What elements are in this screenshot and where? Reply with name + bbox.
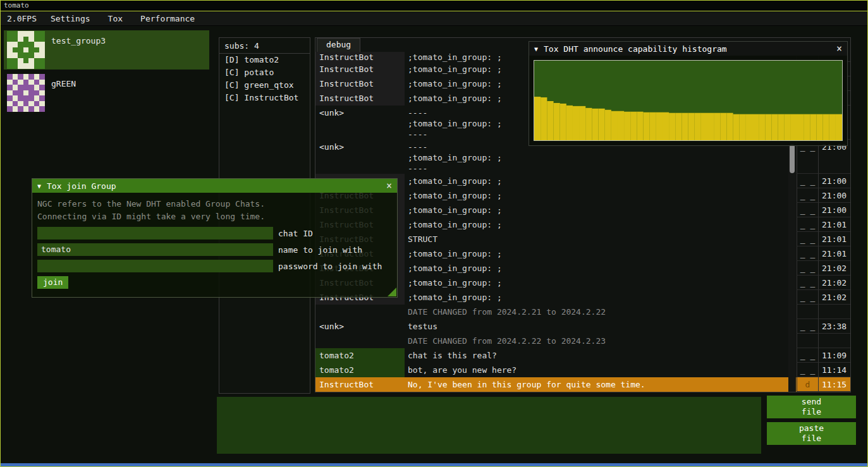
message-text: ;tomato_in_group: ;	[405, 203, 797, 217]
send-file-button[interactable]: send file	[767, 396, 856, 418]
message-timestamp: 21:00	[819, 174, 850, 188]
message-timestamp: 11:14	[819, 363, 850, 377]
dht-histogram-titlebar[interactable]: ▼ Tox DHT announce capability histogram …	[529, 42, 847, 56]
menu-bar: 2.0FPS Settings Tox Performance	[1, 12, 867, 26]
member-list-item[interactable]: [C] InstructBot	[219, 92, 310, 104]
message-author: <unk>	[315, 106, 405, 140]
message-status-marks: _ _	[797, 174, 819, 188]
message-author: tomato2	[315, 348, 405, 363]
message-timestamp: 21:02	[819, 290, 850, 305]
group-avatar	[7, 31, 45, 69]
group-name: gREEN	[51, 79, 76, 112]
join-group-body: NGC refers to the New DHT enabled Group …	[32, 193, 397, 297]
message-timestamp: 21:00	[819, 188, 850, 203]
message-status-marks: _ _	[797, 319, 819, 334]
message-status-marks: _ _	[797, 217, 819, 232]
dht-histogram-body	[529, 56, 847, 145]
join-button[interactable]: join	[37, 276, 68, 289]
fps-counter: 2.0FPS	[1, 14, 43, 23]
join-field-label: name to join with	[278, 245, 362, 255]
paste-file-button[interactable]: paste file	[767, 422, 856, 445]
app-window: tomato 2.0FPS Settings Tox Performance t…	[0, 0, 868, 467]
group-list-item[interactable]: gREEN	[4, 73, 209, 112]
message-author: InstructBot	[315, 62, 405, 76]
message-author: InstructBot	[315, 76, 405, 91]
message-text: ;tomato_in_group: ;	[405, 174, 797, 188]
join-field-input[interactable]	[37, 227, 273, 240]
message-author: <unk>	[315, 140, 405, 174]
message-text: No, I've been in this group for quite so…	[405, 377, 797, 392]
message-status-marks	[797, 334, 819, 348]
join-group-title: Tox join Group	[47, 181, 381, 191]
menu-item[interactable]: Settings	[43, 14, 98, 23]
subs-count: subs: 4	[219, 38, 310, 53]
message-status-marks: _ _	[797, 261, 819, 276]
collapse-icon[interactable]: ▼	[37, 183, 41, 190]
message-input[interactable]	[217, 397, 761, 454]
scrollbar-thumb[interactable]	[790, 144, 795, 173]
message-status-marks	[797, 305, 819, 319]
message-status-marks: d	[797, 377, 819, 392]
message-timestamp: 21:01	[819, 246, 850, 261]
close-icon[interactable]: ×	[381, 180, 392, 191]
message-status-marks: _ _	[797, 276, 819, 290]
join-group-window: ▼ Tox join Group × NGC refers to the New…	[32, 178, 398, 298]
message-text: chat is this real?	[405, 348, 797, 363]
member-list-item[interactable]: [D] tomato2	[219, 54, 310, 66]
message-author: InstructBot	[315, 377, 405, 392]
join-field-label: password to join with	[278, 262, 382, 271]
message-timestamp: 21:01	[819, 217, 850, 232]
message-author: InstructBot	[315, 52, 405, 62]
chat-message-row[interactable]: tomato2 chat is this real? _ _ 11:09	[315, 348, 850, 363]
join-group-titlebar[interactable]: ▼ Tox join Group ×	[32, 179, 397, 193]
message-status-marks: _ _	[797, 232, 819, 246]
message-timestamp: 21:01	[819, 232, 850, 246]
join-fields: chat ID tomato name to join with passwor…	[37, 227, 392, 272]
message-timestamp: 11:09	[819, 348, 850, 363]
message-text: ;tomato_in_group: ;	[405, 246, 797, 261]
message-timestamp: 21:02	[819, 261, 850, 276]
dht-histogram-window: ▼ Tox DHT announce capability histogram …	[529, 41, 848, 146]
message-author: InstructBot	[315, 91, 405, 106]
message-timestamp: 11:15	[819, 377, 850, 392]
close-icon[interactable]: ×	[831, 43, 842, 54]
message-author	[315, 305, 405, 319]
message-text: ;tomato_in_group: ;	[405, 188, 797, 203]
chat-message-row[interactable]: DATE CHANGED from 2024.2.22 to 2024.2.23	[315, 334, 850, 348]
join-field-row: tomato name to join with	[37, 243, 392, 256]
group-avatar	[7, 74, 45, 112]
message-text: DATE CHANGED from 2024.2.21 to 2024.2.22	[405, 305, 797, 319]
menu-item[interactable]: Tox	[101, 14, 130, 23]
message-author: <unk>	[315, 319, 405, 334]
join-info-line-2: Connecting via ID might take a very long…	[37, 210, 392, 223]
chat-message-row[interactable]: tomato2 bot, are you new here? _ _ 11:14	[315, 363, 850, 377]
message-status-marks: _ _	[797, 363, 819, 377]
dht-histogram-title: Tox DHT announce capability histogram	[544, 44, 831, 54]
message-author	[315, 334, 405, 348]
message-text: ;tomato_in_group: ;	[405, 261, 797, 276]
message-status-marks: _ _	[797, 348, 819, 363]
chat-message-row[interactable]: InstructBot No, I've been in this group …	[315, 377, 850, 392]
group-name: test_group3	[51, 36, 106, 69]
chat-message-row[interactable]: <unk> testus _ _ 23:38	[315, 319, 850, 334]
tab-debug[interactable]: debug	[317, 38, 360, 52]
message-text: ;tomato_in_group: ;	[405, 217, 797, 232]
message-status-marks: _ _	[797, 246, 819, 261]
member-list-item[interactable]: [C] potato	[219, 66, 310, 79]
resize-grip[interactable]	[388, 288, 396, 296]
window-titlebar[interactable]: tomato	[1, 1, 867, 11]
join-field-row: password to join with	[37, 260, 392, 272]
message-timestamp: 21:02	[819, 276, 850, 290]
join-field-input[interactable]	[37, 260, 273, 272]
taskbar-strip	[1, 463, 867, 466]
member-list-item[interactable]: [C] green_qtox	[219, 79, 310, 92]
message-text: DATE CHANGED from 2024.2.22 to 2024.2.23	[405, 334, 797, 348]
menu-item[interactable]: Performance	[133, 14, 202, 23]
collapse-icon[interactable]: ▼	[534, 45, 538, 52]
message-status-marks: _ _	[797, 203, 819, 217]
join-field-input[interactable]: tomato	[37, 243, 273, 256]
group-list-item[interactable]: test_group3	[4, 30, 209, 70]
chat-message-row[interactable]: DATE CHANGED from 2024.2.21 to 2024.2.22	[315, 305, 850, 319]
menu-bar-items: Settings Tox Performance	[43, 14, 205, 23]
message-timestamp	[819, 305, 850, 319]
